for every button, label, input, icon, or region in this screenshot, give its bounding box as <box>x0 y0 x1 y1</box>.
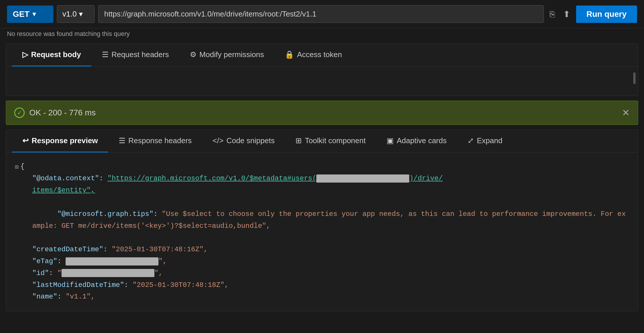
tab-access-token-label: Access token <box>297 50 342 59</box>
expand-icon: ⤢ <box>468 136 474 145</box>
tab-toolkit-component-label: Toolkit component <box>305 136 366 145</box>
top-bar: GET ▾ v1.0 ▾ ⎘ ⬆ Run query <box>0 0 644 28</box>
toolkit-component-icon: ⊞ <box>295 136 302 145</box>
request-tab-bar: ▷ Request body ☰ Request headers ⚙ Modif… <box>6 44 638 67</box>
response-panel: ↩ Response preview ☰ Response headers </… <box>6 130 638 311</box>
version-label: v1.0 <box>62 10 77 19</box>
code-snippets-icon: </> <box>213 136 224 145</box>
json-format-icon: ⊞ <box>15 161 19 173</box>
tab-request-headers-label: Request headers <box>111 50 169 59</box>
json-line-odata-context-cont: items/$entity", <box>15 185 629 196</box>
status-close-button[interactable]: ✕ <box>622 107 630 118</box>
copy-icon: ⎘ <box>550 9 555 19</box>
request-body-area <box>6 67 638 96</box>
json-line-odata-context: "@odata.context": "https://graph.microso… <box>15 173 629 185</box>
tab-request-body[interactable]: ▷ Request body <box>12 44 91 66</box>
tab-response-headers-label: Response headers <box>128 136 192 145</box>
tab-code-snippets-label: Code snippets <box>226 136 275 145</box>
status-ok-icon: ✓ <box>14 108 25 118</box>
tab-expand[interactable]: ⤢ Expand <box>457 130 513 152</box>
response-headers-icon: ☰ <box>119 136 125 145</box>
scrollbar[interactable] <box>633 72 636 84</box>
tab-adaptive-cards[interactable]: ▣ Adaptive cards <box>376 130 457 152</box>
share-button[interactable]: ⬆ <box>561 7 573 21</box>
tab-request-body-label: Request body <box>31 50 81 59</box>
tab-request-headers[interactable]: ☰ Request headers <box>91 44 179 66</box>
status-ok-label: OK - 200 - 776 ms <box>29 108 96 117</box>
access-token-icon: 🔒 <box>285 50 294 59</box>
tab-toolkit-component[interactable]: ⊞ Toolkit component <box>285 130 376 152</box>
json-line-id: "id": " ", <box>15 268 629 279</box>
json-line-last-modified: "lastModifiedDateTime": "2025-01-30T07:4… <box>15 279 629 291</box>
response-preview-icon: ↩ <box>22 136 29 145</box>
url-input[interactable] <box>98 5 544 23</box>
status-bar: ✓ OK - 200 - 776 ms ✕ <box>6 101 638 125</box>
tab-adaptive-cards-label: Adaptive cards <box>397 136 447 145</box>
redacted-user-id <box>316 174 409 183</box>
request-headers-icon: ☰ <box>102 50 109 59</box>
no-resource-message: No resource was found matching this quer… <box>0 28 644 38</box>
modify-permissions-icon: ⚙ <box>190 50 196 59</box>
share-icon: ⬆ <box>563 9 570 19</box>
request-body-icon: ▷ <box>22 50 28 59</box>
tab-modify-permissions-label: Modify permissions <box>199 50 264 59</box>
tab-response-headers[interactable]: ☰ Response headers <box>108 130 202 152</box>
method-dropdown[interactable]: GET ▾ <box>7 6 53 23</box>
tab-response-preview[interactable]: ↩ Response preview <box>12 130 108 152</box>
version-dropdown[interactable]: v1.0 ▾ <box>57 5 95 23</box>
redacted-id <box>62 269 154 277</box>
json-line-name: "name": "v1.1", <box>15 291 629 303</box>
response-tab-bar: ↩ Response preview ☰ Response headers </… <box>6 130 638 153</box>
request-panel: ▷ Request body ☰ Request headers ⚙ Modif… <box>6 43 638 96</box>
run-query-button[interactable]: Run query <box>576 6 637 23</box>
method-label: GET <box>13 10 30 19</box>
version-chevron-icon: ▾ <box>79 10 83 19</box>
status-ok-section: ✓ OK - 200 - 776 ms <box>14 108 96 118</box>
tab-modify-permissions[interactable]: ⚙ Modify permissions <box>179 44 275 66</box>
method-chevron-icon: ▾ <box>33 10 36 18</box>
tab-response-preview-label: Response preview <box>32 136 98 145</box>
adaptive-cards-icon: ▣ <box>387 136 394 145</box>
tab-access-token[interactable]: 🔒 Access token <box>274 44 352 66</box>
copy-button[interactable]: ⎘ <box>547 7 557 21</box>
tab-code-snippets[interactable]: </> Code snippets <box>202 130 285 152</box>
json-line-etag: "eTag": ", <box>15 256 629 268</box>
redacted-etag <box>66 257 158 265</box>
json-line-created: "createdDateTime": "2025-01-30T07:48:16Z… <box>15 244 629 256</box>
json-response-area: ⊞ { "@odata.context": "https://graph.mic… <box>6 153 638 311</box>
json-line-ms-tips: "@microsoft.graph.tips": "Use $select to… <box>15 196 629 244</box>
tab-expand-label: Expand <box>477 136 502 145</box>
json-root-open: ⊞ { <box>15 161 629 173</box>
